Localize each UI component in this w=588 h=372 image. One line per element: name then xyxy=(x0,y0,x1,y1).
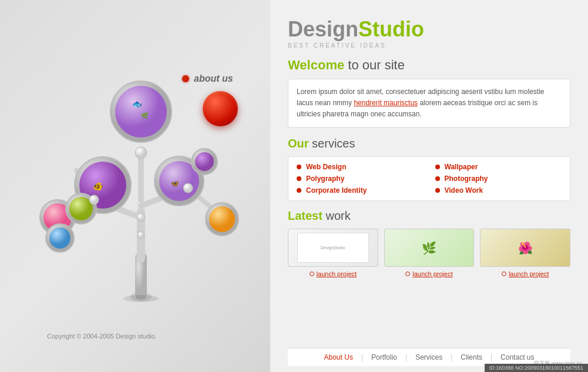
thumb-3-inner: 🌺 xyxy=(518,241,533,255)
service-item-video[interactable]: Video Work xyxy=(435,186,562,195)
launch-icon-1 xyxy=(310,272,314,276)
service-bullet xyxy=(435,176,440,181)
launch-label-2: launch project xyxy=(412,270,453,277)
about-us-label: about us xyxy=(182,73,233,84)
launch-link-2[interactable]: launch project xyxy=(405,270,453,277)
about-us-text: about us xyxy=(194,73,233,84)
service-item-corporate[interactable]: Corporate Identity xyxy=(297,186,424,195)
footer-nav-contact[interactable]: Contact us xyxy=(500,353,534,361)
footer-sep-2: | xyxy=(405,353,407,361)
logo-area: DesignStudio BEST CREATIVE IDEAS xyxy=(288,18,570,49)
latest-rest: work xyxy=(322,209,351,222)
footer-sep-3: | xyxy=(451,353,452,361)
svg-point-25 xyxy=(49,227,70,249)
service-item-web-design[interactable]: Web Design xyxy=(297,163,424,171)
footer-sep-4: | xyxy=(490,353,492,361)
logo-studio: Studio xyxy=(358,17,424,41)
service-bullet xyxy=(297,176,301,181)
services-rest: services xyxy=(309,137,355,150)
id-bar: ID:160388 NO:20090319010011567551 xyxy=(485,364,588,372)
svg-text:🐠: 🐠 xyxy=(93,182,103,192)
service-label: Polygraphy xyxy=(306,175,344,183)
service-label: Wallpaper xyxy=(445,163,478,171)
launch-link-1[interactable]: launch project xyxy=(310,270,357,277)
launch-icon-3 xyxy=(502,272,506,276)
logo-tagline: BEST CREATIVE IDEAS xyxy=(288,42,570,49)
svg-point-32 xyxy=(183,183,193,193)
portfolio-thumb-2: 🌿 xyxy=(384,229,475,267)
thumb-1-inner: DesignStudio xyxy=(297,233,368,262)
svg-point-35 xyxy=(123,295,159,302)
footer-sep-1: | xyxy=(361,353,363,361)
svg-point-31 xyxy=(89,195,99,205)
left-panel: about us xyxy=(0,0,270,372)
portfolio-item-1: DesignStudio launch project xyxy=(288,229,378,277)
red-button[interactable] xyxy=(203,91,238,126)
svg-point-33 xyxy=(137,213,145,222)
svg-text:🦋: 🦋 xyxy=(170,179,179,187)
portfolio-grid: DesignStudio launch project 🌿 launch pro… xyxy=(288,229,570,277)
footer-nav-clients[interactable]: Clients xyxy=(461,353,482,361)
services-our: Our xyxy=(288,137,309,150)
launch-label-3: launch project xyxy=(509,270,549,277)
services-heading: Our services xyxy=(288,137,570,150)
service-bullet xyxy=(297,165,301,169)
logo-design: Design xyxy=(288,17,358,41)
copyright: Copyright © 2004-2005 Design studio. xyxy=(47,333,157,340)
latest-heading: Latest work xyxy=(288,209,570,223)
service-label: Video Work xyxy=(445,186,483,195)
svg-point-29 xyxy=(195,152,214,171)
logo-title: DesignStudio xyxy=(288,18,570,41)
service-item-photography[interactable]: Photography xyxy=(435,175,562,183)
services-grid: Web Design Wallpaper Polygraphy Photogra… xyxy=(297,163,562,195)
service-label: Web Design xyxy=(306,163,346,171)
service-bullet xyxy=(297,188,301,193)
about-us-dot xyxy=(182,75,189,82)
services-grid-box: Web Design Wallpaper Polygraphy Photogra… xyxy=(288,156,570,201)
service-label: Corporate Identity xyxy=(306,186,367,195)
svg-text:🐟: 🐟 xyxy=(132,99,143,109)
service-bullet xyxy=(435,188,440,193)
svg-point-27 xyxy=(209,206,235,232)
portfolio-item-2: 🌿 launch project xyxy=(384,229,475,277)
portfolio-item-3: 🌺 launch project xyxy=(480,229,570,277)
welcome-highlight: Welcome xyxy=(288,58,344,72)
portfolio-thumb-1: DesignStudio xyxy=(288,229,378,267)
service-bullet xyxy=(435,165,440,169)
intro-box: Lorem ipsum dolor sit amet, consectetuer… xyxy=(288,79,570,128)
portfolio-thumb-3: 🌺 xyxy=(480,229,570,267)
svg-point-34 xyxy=(137,232,145,239)
svg-point-30 xyxy=(135,147,147,159)
main-container: about us xyxy=(0,0,588,372)
service-item-wallpaper[interactable]: Wallpaper xyxy=(435,163,562,171)
service-item-polygraphy[interactable]: Polygraphy xyxy=(297,175,424,183)
launch-icon-2 xyxy=(405,272,410,276)
thumb-2-inner: 🌿 xyxy=(422,241,436,255)
welcome-rest: to our site xyxy=(344,58,405,72)
svg-text:🌿: 🌿 xyxy=(141,112,149,119)
footer-nav-services[interactable]: Services xyxy=(415,353,442,361)
footer-nav-about[interactable]: About Us xyxy=(324,353,353,361)
launch-link-3[interactable]: launch project xyxy=(502,270,549,277)
right-panel: DesignStudio BEST CREATIVE IDEAS Welcome… xyxy=(270,0,588,372)
welcome-heading: Welcome to our site xyxy=(288,58,570,73)
intro-link[interactable]: hendrerit maurisctus xyxy=(354,99,418,107)
launch-label-1: launch project xyxy=(317,270,357,277)
service-label: Photography xyxy=(445,175,488,183)
latest-highlight: Latest xyxy=(288,209,322,222)
footer-nav-portfolio[interactable]: Portfolio xyxy=(371,353,397,361)
svg-point-11 xyxy=(115,86,167,138)
